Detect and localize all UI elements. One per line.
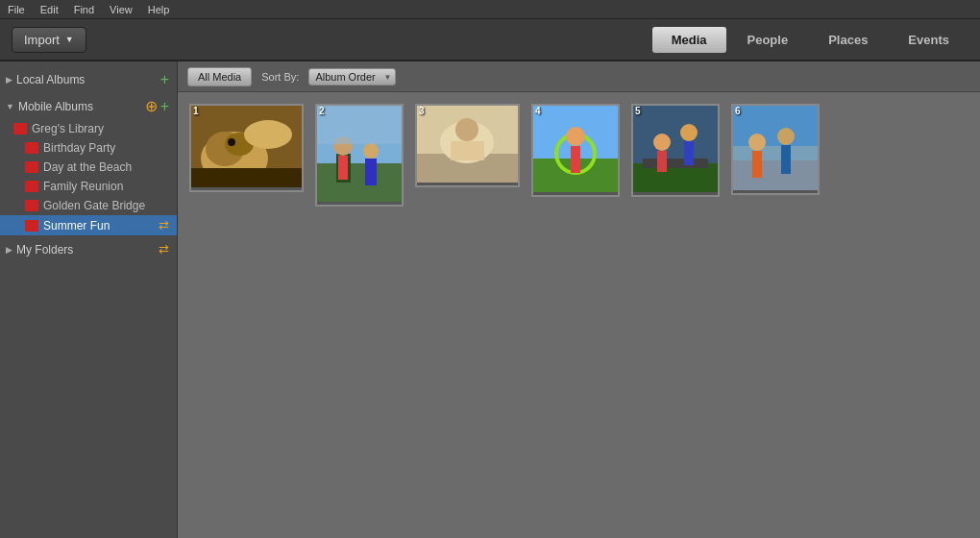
photo-svg-1 xyxy=(191,106,302,187)
gregs-library-label: Greg's Library xyxy=(32,122,104,135)
svg-rect-38 xyxy=(781,145,791,174)
sidebar-gregs-library[interactable]: Greg's Library xyxy=(0,119,177,138)
svg-point-13 xyxy=(363,143,379,159)
toolbar: Import ▼ Media People Places Events xyxy=(0,19,980,61)
tab-events[interactable]: Events xyxy=(889,27,968,53)
mobile-albums-add-icon[interactable]: + xyxy=(160,99,169,114)
sidebar: ▶ Local Albums + ▼ Mobile Albums ⊕ + xyxy=(0,61,178,538)
local-albums-header[interactable]: ▶ Local Albums + xyxy=(0,67,177,92)
menu-view[interactable]: View xyxy=(110,4,133,15)
photo-thumb-4 xyxy=(531,104,620,197)
photo-item-2[interactable]: 2 xyxy=(315,104,404,207)
svg-rect-14 xyxy=(317,106,402,144)
toolbar-left: Import ▼ xyxy=(12,27,86,53)
summer-fun-sync-icon: ⇄ xyxy=(159,218,169,232)
svg-point-28 xyxy=(653,134,671,151)
family-reunion-icon xyxy=(25,181,38,192)
summer-fun-label: Summer Fun xyxy=(43,219,110,232)
tab-media[interactable]: Media xyxy=(652,27,726,53)
sort-by-label: Sort By: xyxy=(261,71,299,83)
svg-rect-12 xyxy=(365,159,377,185)
birthday-party-icon xyxy=(25,142,38,154)
svg-point-30 xyxy=(680,124,698,141)
svg-point-18 xyxy=(455,118,478,141)
svg-rect-8 xyxy=(317,163,402,202)
menu-find[interactable]: Find xyxy=(74,4,94,15)
mobile-albums-sync-icon[interactable]: ⊕ xyxy=(145,99,158,114)
menu-help[interactable]: Help xyxy=(148,4,170,15)
local-albums-add-icon[interactable]: + xyxy=(160,72,169,87)
svg-rect-19 xyxy=(451,141,484,160)
menubar: File Edit Find View Help xyxy=(0,0,980,19)
photo-item-4[interactable]: 4 xyxy=(531,104,620,207)
svg-point-5 xyxy=(244,120,292,149)
photo-item-1[interactable]: 1 xyxy=(189,104,304,207)
my-folders-sync-icon[interactable]: ⇄ xyxy=(159,242,169,257)
all-media-button[interactable]: All Media xyxy=(187,67,252,86)
photo-svg-2 xyxy=(317,106,402,202)
photo-svg-3 xyxy=(417,106,518,183)
local-albums-triangle: ▶ xyxy=(6,75,12,85)
content-area: All Media Sort By: Album Order Date Name… xyxy=(178,61,980,538)
my-folders-triangle: ▶ xyxy=(6,245,12,255)
svg-point-37 xyxy=(777,128,795,145)
photo-number-3: 3 xyxy=(419,106,425,116)
main-layout: ▶ Local Albums + ▼ Mobile Albums ⊕ + xyxy=(0,61,980,538)
photo-item-6[interactable]: 6 xyxy=(731,104,820,207)
toolbar-tabs: Media People Places Events xyxy=(652,27,968,53)
photo-svg-6 xyxy=(733,106,818,190)
sidebar-album-golden-gate[interactable]: Golden Gate Bridge xyxy=(0,196,177,215)
photo-number-1: 1 xyxy=(193,106,199,116)
sidebar-section-mobile-albums: ▼ Mobile Albums ⊕ + Greg's Library Birth… xyxy=(0,94,177,235)
summer-fun-icon xyxy=(25,220,38,232)
mobile-albums-left: ▼ Mobile Albums xyxy=(6,100,93,113)
svg-rect-29 xyxy=(657,151,667,172)
svg-rect-36 xyxy=(752,151,762,178)
tab-places[interactable]: Places xyxy=(809,27,887,53)
filter-bar: All Media Sort By: Album Order Date Name xyxy=(178,61,980,92)
sidebar-section-my-folders: ▶ My Folders ⇄ xyxy=(0,237,177,261)
sidebar-album-family-reunion[interactable]: Family Reunion xyxy=(0,177,177,196)
svg-rect-34 xyxy=(733,146,818,160)
photo-svg-4 xyxy=(533,106,618,192)
import-button[interactable]: Import ▼ xyxy=(12,27,86,53)
golden-gate-label: Golden Gate Bridge xyxy=(43,199,145,212)
birthday-party-label: Birthday Party xyxy=(43,141,115,155)
my-folders-left: ▶ My Folders xyxy=(6,243,73,257)
sidebar-album-day-at-beach[interactable]: Day at the Beach xyxy=(0,158,177,177)
svg-rect-27 xyxy=(643,159,708,168)
photo-thumb-6 xyxy=(731,104,820,195)
photo-thumb-5 xyxy=(631,104,720,197)
day-at-beach-label: Day at the Beach xyxy=(43,160,132,174)
photo-number-6: 6 xyxy=(735,106,741,116)
tab-people[interactable]: People xyxy=(728,27,808,53)
photo-thumb-3 xyxy=(415,104,520,187)
import-label: Import xyxy=(24,33,60,47)
photo-number-2: 2 xyxy=(319,106,325,116)
my-folders-header[interactable]: ▶ My Folders ⇄ xyxy=(0,237,177,261)
mobile-albums-header[interactable]: ▼ Mobile Albums ⊕ + xyxy=(0,94,177,119)
photo-item-5[interactable]: 5 xyxy=(631,104,720,207)
photo-svg-5 xyxy=(633,106,718,192)
svg-rect-4 xyxy=(191,168,302,187)
sort-select[interactable]: Album Order Date Name xyxy=(308,68,396,86)
sidebar-album-birthday-party[interactable]: Birthday Party xyxy=(0,138,177,158)
photo-item-3[interactable]: 3 xyxy=(415,104,520,207)
sidebar-section-local-albums: ▶ Local Albums + xyxy=(0,67,177,92)
photo-grid: 1 2 xyxy=(178,92,980,538)
photo-number-4: 4 xyxy=(535,106,541,116)
menu-edit[interactable]: Edit xyxy=(40,4,59,15)
menu-file[interactable]: File xyxy=(8,4,25,15)
svg-point-6 xyxy=(228,138,235,146)
photo-thumb-1 xyxy=(189,104,304,192)
sidebar-album-summer-fun[interactable]: Summer Fun ⇄ xyxy=(0,215,177,235)
sort-wrapper: Album Order Date Name xyxy=(308,68,396,86)
day-at-beach-icon xyxy=(25,161,38,173)
my-folders-label: My Folders xyxy=(16,243,73,257)
photo-number-5: 5 xyxy=(635,106,641,116)
mobile-albums-label: Mobile Albums xyxy=(18,100,93,113)
mobile-albums-icons: ⊕ + xyxy=(145,99,169,114)
photo-thumb-2 xyxy=(315,104,404,207)
golden-gate-icon xyxy=(25,200,38,211)
local-albums-label: Local Albums xyxy=(16,73,85,86)
